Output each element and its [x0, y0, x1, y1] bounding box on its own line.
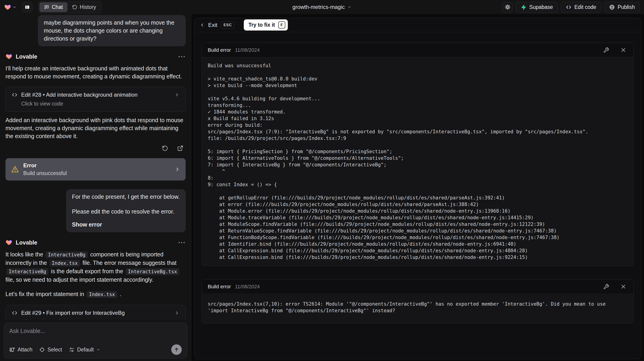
tab-chat[interactable]: Chat: [40, 2, 68, 12]
attach-button[interactable]: Attach: [9, 347, 32, 353]
edit-card-title: Edit #28 • Add interactive background an…: [21, 92, 171, 98]
edit-card-subtitle: Click to view code: [12, 101, 180, 107]
chevron-left-icon: [200, 22, 204, 27]
build-error-date: 11/08/2024: [235, 284, 260, 290]
message-actions: [6, 144, 186, 153]
preview-backdrop: Exit ESC Try to fix it F Build error 11/…: [191, 14, 644, 361]
more-options-button[interactable]: [178, 241, 186, 244]
supabase-label: Supabase: [529, 4, 553, 10]
assistant-header: Lovable: [6, 239, 186, 246]
settings-button[interactable]: [502, 2, 513, 12]
select-label: Select: [48, 347, 62, 353]
edit-card-title: Edit #29 • Fix import error for Interact…: [21, 310, 171, 316]
chevron-down-icon: [12, 5, 16, 9]
assistant-fix-text: It looks like the InteractiveBg componen…: [6, 251, 186, 284]
error-overlay-header: Exit ESC Try to fix it F: [194, 18, 641, 32]
chat-bubble-icon: [44, 4, 49, 10]
assistant-header: Lovable: [6, 53, 186, 60]
sliders-icon: [69, 347, 74, 353]
gear-icon: [505, 4, 510, 10]
arrow-up-icon: [174, 347, 179, 352]
panel-left-icon: [25, 4, 30, 10]
open-preview-icon[interactable]: [176, 144, 185, 153]
warning-triangle-icon: [11, 165, 19, 173]
more-options-button[interactable]: [178, 55, 186, 58]
project-name: growth-metrics-magic: [292, 4, 344, 10]
close-icon[interactable]: [619, 46, 628, 54]
wrench-fix-icon[interactable]: [602, 46, 610, 54]
user-message: For the code present, I get the error be…: [66, 189, 186, 232]
publish-label: Publish: [618, 4, 635, 10]
try-to-fix-button[interactable]: Try to fix it F: [244, 19, 288, 30]
edit-card-29[interactable]: Edit #29 • Fix import error for Interact…: [6, 305, 186, 320]
ask-lovable-input[interactable]: Ask Lovable...: [9, 328, 182, 334]
build-error-card-1: Build error 11/08/2024 Build was unsucce…: [202, 43, 634, 266]
build-error-card-2: Build error 11/08/2024 src/pages/Index.t…: [202, 279, 634, 323]
chat-scroll-area[interactable]: maybe diagramming points and when you mo…: [0, 14, 191, 320]
build-error-title: Build error: [208, 47, 231, 53]
lovable-heart-icon: [4, 4, 11, 11]
sidebar-toggle-button[interactable]: [22, 2, 32, 12]
build-error-status-card[interactable]: Error Build unsuccessful: [6, 158, 186, 180]
chevron-right-icon: [174, 310, 180, 316]
error-overlay-body: Build error 11/08/2024 Build was unsucce…: [194, 32, 641, 359]
history-icon: [72, 4, 77, 10]
chat-history-switch: Chat History: [38, 1, 102, 13]
select-element-button[interactable]: Select: [39, 347, 62, 353]
assistant-fix-line: Let's fix the import statement in Index.…: [6, 290, 186, 299]
show-error-label: Show error: [72, 221, 180, 229]
edit-code-button[interactable]: Edit code: [561, 2, 601, 12]
build-error-log[interactable]: src/pages/Index.tsx(7,10): error TS2614:…: [202, 294, 634, 323]
project-name-menu[interactable]: growth-metrics-magic: [292, 4, 352, 10]
chevron-down-icon: [348, 5, 352, 9]
send-button[interactable]: [171, 344, 182, 355]
lovable-heart-icon: [6, 239, 12, 246]
code-icon: [12, 92, 18, 98]
composer: Ask Lovable... Attach Select: [4, 323, 188, 359]
image-attach-icon: [9, 347, 15, 353]
chevron-down-icon: [96, 348, 100, 352]
assistant-intro-text: I'll help create an interactive backgrou…: [6, 64, 186, 80]
close-icon[interactable]: [619, 282, 628, 291]
user-message-text: Please edit the code to resolve the erro…: [72, 208, 180, 216]
chevron-right-icon: [175, 167, 180, 172]
supabase-button[interactable]: Supabase: [516, 2, 558, 12]
exit-button[interactable]: Exit ESC: [200, 21, 234, 29]
assistant-name: Lovable: [16, 239, 37, 246]
edit-code-label: Edit code: [574, 4, 596, 10]
code-icon: [566, 4, 572, 10]
publish-button[interactable]: Publish: [604, 2, 640, 12]
user-message-text: For the code present, I get the error be…: [72, 193, 180, 201]
error-card-subtitle: Build unsuccessful: [23, 170, 67, 176]
assistant-name: Lovable: [16, 53, 37, 60]
top-bar: Chat History growth-metrics-magic: [0, 0, 644, 14]
assistant-summary-text: Added an interactive background with pin…: [6, 116, 186, 140]
exit-label: Exit: [208, 22, 217, 28]
globe-icon: [609, 4, 615, 10]
edit-card-28[interactable]: Edit #28 • Add interactive background an…: [6, 87, 186, 112]
build-error-log[interactable]: Build was unsuccessful > vite_react_shad…: [202, 57, 634, 266]
tab-history[interactable]: History: [68, 2, 101, 12]
model-selector[interactable]: Default: [69, 347, 100, 353]
lovable-logo-menu[interactable]: [4, 4, 16, 11]
user-message: maybe diagramming points and when you mo…: [38, 15, 186, 46]
build-error-date: 11/08/2024: [235, 47, 260, 53]
crosshair-icon: [39, 347, 45, 353]
restore-icon[interactable]: [160, 144, 170, 153]
error-card-title: Error: [23, 162, 67, 169]
chat-panel: maybe diagramming points and when you mo…: [0, 14, 191, 361]
code-icon: [12, 310, 18, 316]
lovable-heart-icon: [6, 53, 12, 60]
tab-history-label: History: [80, 4, 96, 10]
wrench-fix-icon[interactable]: [602, 282, 610, 291]
supabase-bolt-icon: [521, 4, 526, 10]
build-error-title: Build error: [208, 284, 231, 290]
try-to-fix-label: Try to fix it: [248, 22, 275, 28]
attach-label: Attach: [18, 347, 32, 353]
chevron-right-icon: [174, 92, 180, 97]
edit-card-subtitle: Click to view code: [12, 319, 180, 320]
esc-key-badge: ESC: [221, 21, 234, 29]
error-overlay-panel: Exit ESC Try to fix it F Build error 11/…: [194, 18, 641, 359]
f-key-badge: F: [278, 21, 285, 28]
tab-chat-label: Chat: [52, 4, 63, 10]
